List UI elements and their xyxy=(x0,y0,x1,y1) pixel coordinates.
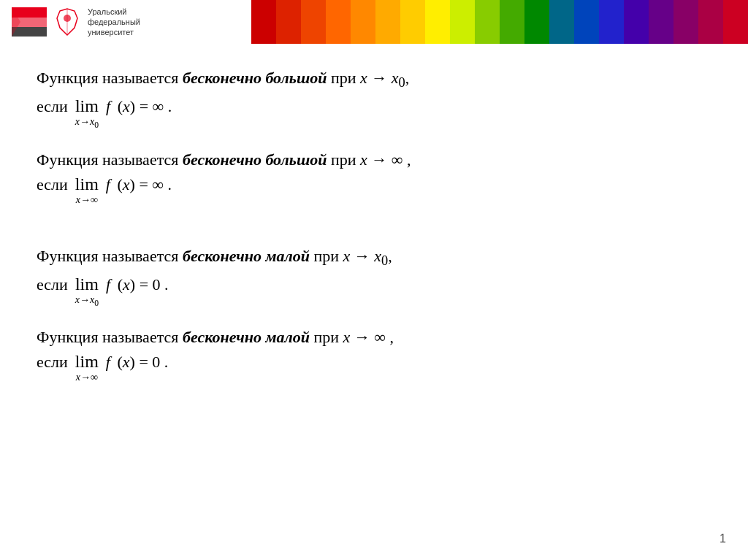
logo-line2: федеральный xyxy=(88,17,140,27)
def2-limit-symbol: lim x→∞ xyxy=(75,174,99,206)
def2-func: f xyxy=(106,175,110,194)
def4-expr: (x) = 0 . xyxy=(113,353,168,372)
def3-esli: если xyxy=(37,275,68,294)
definition-block-1: Функция называется бесконечно большой пр… xyxy=(37,66,711,130)
university-logo-icon xyxy=(54,7,80,37)
def4-esli: если xyxy=(37,353,68,372)
def2-italic: бесконечно большой xyxy=(183,150,327,169)
def2-suffix: при x → ∞ , xyxy=(331,150,411,169)
main-content: Функция называется бесконечно большой пр… xyxy=(0,44,748,415)
logo-line3: университет xyxy=(88,27,140,37)
def2-text: Функция называется бесконечно большой пр… xyxy=(37,147,711,172)
svg-point-4 xyxy=(64,15,71,22)
logo-text-area: Уральский федеральный университет xyxy=(88,7,140,38)
def1-suffix: при x → x0, xyxy=(331,69,409,87)
def4-text: Функция называется бесконечно малой при … xyxy=(37,325,711,349)
def1-italic: бесконечно большой xyxy=(183,69,327,87)
def2-lim-sub: x→∞ xyxy=(76,194,98,206)
def1-limit-line: если lim x→x0 f (x) = ∞ . xyxy=(37,96,711,130)
def1-limit-symbol: lim x→x0 xyxy=(75,96,99,130)
def3-prefix: Функция называется xyxy=(37,247,183,265)
def3-text: Функция называется бесконечно малой при … xyxy=(37,244,711,272)
def3-lim-sub: x→x0 xyxy=(75,294,99,308)
def4-limit-line: если lim x→∞ f (x) = 0 . xyxy=(37,352,711,383)
spacer xyxy=(37,223,711,244)
def4-lim: lim xyxy=(75,352,99,372)
def3-func: f xyxy=(106,275,110,294)
def2-expr: (x) = ∞ . xyxy=(113,175,172,194)
def3-suffix: при x → x0, xyxy=(314,247,392,265)
logo-flag-icon xyxy=(12,7,47,37)
svg-rect-0 xyxy=(12,7,47,18)
def1-expr: (x) = ∞ . xyxy=(113,97,172,116)
svg-rect-2 xyxy=(12,27,47,37)
def3-italic: бесконечно малой xyxy=(183,247,310,265)
def2-esli: если xyxy=(37,175,68,194)
def4-limit-symbol: lim x→∞ xyxy=(75,352,99,383)
definition-block-2: Функция называется бесконечно большой пр… xyxy=(37,147,711,206)
def1-lim: lim xyxy=(75,96,99,116)
logo-area: Уральский федеральный университет xyxy=(0,0,152,44)
definition-block-3: Функция называется бесконечно малой при … xyxy=(37,244,711,308)
def4-suffix: при x → ∞ , xyxy=(314,328,394,346)
def2-lim: lim xyxy=(75,174,99,194)
def4-prefix: Функция называется xyxy=(37,328,183,346)
definition-block-4: Функция называется бесконечно малой при … xyxy=(37,325,711,383)
def4-func: f xyxy=(106,353,110,372)
def3-limit-symbol: lim x→x0 xyxy=(75,275,99,308)
def4-italic: бесконечно малой xyxy=(183,328,310,346)
def1-lim-sub: x→x0 xyxy=(75,116,99,130)
def1-text: Функция называется бесконечно большой пр… xyxy=(37,66,711,93)
def1-prefix: Функция называется xyxy=(37,69,183,87)
rainbow-stripe xyxy=(251,0,748,44)
def4-lim-sub: x→∞ xyxy=(76,372,98,383)
def1-esli: если xyxy=(37,97,68,116)
page-number: 1 xyxy=(720,532,726,545)
logo-line1: Уральский xyxy=(88,7,140,17)
def3-lim: lim xyxy=(75,275,99,294)
header: Уральский федеральный университет xyxy=(0,0,748,44)
def2-prefix: Функция называется xyxy=(37,150,183,169)
def1-func: f xyxy=(106,97,110,116)
def2-limit-line: если lim x→∞ f (x) = ∞ . xyxy=(37,174,711,206)
def3-expr: (x) = 0 . xyxy=(113,275,168,294)
def3-limit-line: если lim x→x0 f (x) = 0 . xyxy=(37,275,711,308)
